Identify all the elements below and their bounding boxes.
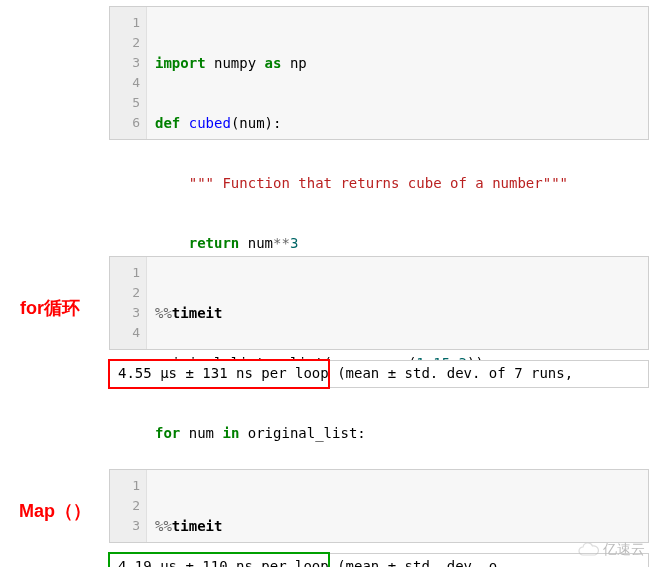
gutter: 1 2 3	[110, 470, 147, 542]
code-content: %%timeit cubed_list = [] cubed_list = li…	[147, 470, 534, 542]
lineno: 1	[118, 263, 140, 283]
code-line: %%timeit	[155, 303, 433, 323]
lineno: 2	[118, 283, 140, 303]
code-line: %%timeit	[155, 516, 526, 536]
gutter: 1 2 3 4	[110, 257, 147, 349]
lineno: 3	[118, 303, 140, 323]
code-block-setup: 1 2 3 4 5 6 import numpy as np def cubed…	[109, 6, 649, 140]
lineno: 1	[118, 13, 140, 33]
code-block-map: 1 2 3 %%timeit cubed_list = [] cubed_lis…	[109, 469, 649, 543]
code-line: for num in original_list:	[155, 423, 433, 443]
lineno: 2	[118, 33, 140, 53]
label-map: Map（）	[19, 499, 91, 523]
code-line: import numpy as np	[155, 53, 568, 73]
timing-rest: (mean ± std. dev. of 7 runs,	[337, 365, 573, 381]
gutter: 1 2 3 4 5 6	[110, 7, 147, 139]
lineno: 6	[118, 113, 140, 133]
code-line: """ Function that returns cube of a numb…	[155, 173, 568, 193]
code-content: import numpy as np def cubed(num): """ F…	[147, 7, 576, 139]
lineno: 4	[118, 73, 140, 93]
lineno: 1	[118, 476, 140, 496]
timing-highlight: 4.19 µs ± 110 ns per loop	[118, 558, 337, 567]
code-line: def cubed(num):	[155, 113, 568, 133]
output-map: 4.19 µs ± 110 ns per loop (mean ± std. d…	[109, 553, 649, 567]
lineno: 5	[118, 93, 140, 113]
lineno: 2	[118, 496, 140, 516]
code-line: return num**3	[155, 233, 568, 253]
lineno: 3	[118, 53, 140, 73]
code-block-for: 1 2 3 4 %%timeit cubed_list = [] for num…	[109, 256, 649, 350]
code-content: %%timeit cubed_list = [] for num in orig…	[147, 257, 441, 349]
timing-highlight: 4.55 µs ± 131 ns per loop	[118, 365, 337, 381]
lineno: 4	[118, 323, 140, 343]
watermark: 亿速云	[577, 541, 645, 559]
cloud-icon	[577, 543, 599, 557]
label-for-loop: for循环	[20, 296, 80, 320]
watermark-text: 亿速云	[603, 541, 645, 559]
output-for: 4.55 µs ± 131 ns per loop (mean ± std. d…	[109, 360, 649, 388]
lineno: 3	[118, 516, 140, 536]
timing-rest: (mean ± std. dev. o	[337, 558, 497, 567]
